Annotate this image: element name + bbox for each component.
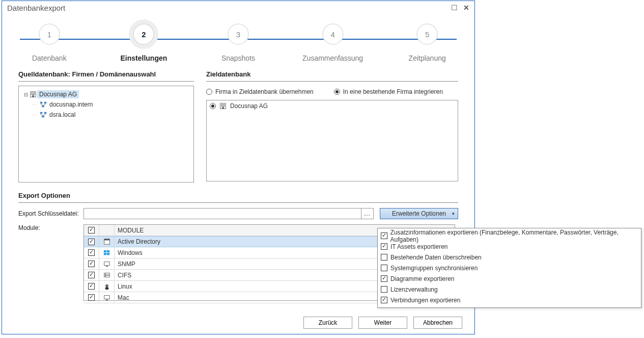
option-label: Zusatzinformationen exportieren (Finanzb… xyxy=(390,229,638,243)
step-number: 3 xyxy=(228,23,249,45)
module-checkbox[interactable] xyxy=(88,272,95,278)
option-label: Systemgruppen synchronisieren xyxy=(390,265,478,272)
select-all-checkbox[interactable] xyxy=(88,227,95,233)
cancel-button[interactable]: Abbrechen xyxy=(413,317,462,329)
advanced-option[interactable]: Systemgruppen synchronisieren xyxy=(381,263,638,273)
module-checkbox[interactable] xyxy=(88,294,95,301)
advanced-option[interactable]: Bestehende Daten überschreiben xyxy=(381,252,638,263)
radio-firm-select[interactable] xyxy=(210,103,216,109)
wizard-steps: 1Datenbank2Einstellungen3Snapshots4Zusam… xyxy=(2,14,474,70)
option-checkbox[interactable] xyxy=(381,297,387,303)
maximize-icon[interactable]: ☐ xyxy=(449,3,459,13)
step-number: 5 xyxy=(416,23,438,45)
target-firm-list[interactable]: Docusnap AG xyxy=(206,100,458,181)
wizard-step[interactable]: 4Zusammenfassung xyxy=(290,23,376,62)
title-bar: Datenbankexport ☐ ✕ xyxy=(2,1,474,14)
close-icon[interactable]: ✕ xyxy=(461,3,471,13)
source-tree[interactable]: ⊟ Docusnap AG ⋯ docusnap.intern ⋯ dsra.l… xyxy=(18,86,194,183)
win-icon xyxy=(99,247,115,258)
source-heading: Quelldatenbank: Firmen / Domänenauswahl xyxy=(18,70,194,78)
target-heading: Zieldatenbank xyxy=(206,70,458,78)
advanced-option[interactable]: Verbindungen exportieren xyxy=(381,295,638,305)
next-button[interactable]: Weiter xyxy=(358,317,407,329)
option-checkbox[interactable] xyxy=(381,265,387,271)
step-number: 2 xyxy=(133,23,154,45)
step-number: 1 xyxy=(39,23,60,45)
advanced-option[interactable]: Diagramme exportieren xyxy=(381,273,638,284)
srv-icon xyxy=(99,270,115,280)
key-file-label: Export Schlüsseldatei: xyxy=(18,210,83,217)
radio-new-firm[interactable]: Firma in Zieldatenbank übernehmen xyxy=(206,88,314,95)
network-icon xyxy=(39,111,47,118)
option-label: Verbindungen exportieren xyxy=(390,297,460,304)
key-file-input[interactable] xyxy=(83,208,361,219)
target-firm-row[interactable]: Docusnap AG xyxy=(207,100,458,112)
browse-button[interactable]: ... xyxy=(361,208,374,219)
option-label: Bestehende Daten überschreiben xyxy=(390,254,482,261)
advanced-option[interactable]: Zusatzinformationen exportieren (Finanzb… xyxy=(381,230,638,241)
module-checkbox[interactable] xyxy=(88,283,95,290)
building-icon xyxy=(29,91,37,98)
advanced-option[interactable]: Lizenzverwaltung xyxy=(381,284,638,295)
advanced-options-button[interactable]: Erweiterte Optionen ▾ xyxy=(380,208,458,219)
wizard-step[interactable]: 3Snapshots xyxy=(195,23,282,62)
option-label: IT Assets exportieren xyxy=(390,243,448,250)
tree-child[interactable]: ⋯ docusnap.intern xyxy=(21,99,191,110)
advanced-options-popup: Zusatzinformationen exportieren (Finanzb… xyxy=(377,228,641,308)
option-checkbox[interactable] xyxy=(381,275,387,282)
building-icon xyxy=(219,102,227,110)
option-label: Diagramme exportieren xyxy=(390,275,454,282)
module-checkbox[interactable] xyxy=(88,249,95,256)
step-number: 4 xyxy=(322,23,344,45)
back-button[interactable]: Zurück xyxy=(303,317,352,329)
wizard-step[interactable]: 5Zeitplanung xyxy=(384,23,470,62)
window-title: Datenbankexport xyxy=(7,4,447,12)
wizard-step[interactable]: 2Einstellungen xyxy=(100,23,187,62)
radio-existing-firm[interactable]: In eine bestehende Firma integrieren xyxy=(334,88,443,95)
module-checkbox[interactable] xyxy=(88,261,95,267)
step-label: Snapshots xyxy=(221,54,255,62)
chevron-down-icon: ▾ xyxy=(452,211,455,216)
tree-child[interactable]: ⋯ dsra.local xyxy=(21,110,191,120)
collapse-icon[interactable]: ⊟ xyxy=(23,92,29,97)
module-label: Module: xyxy=(18,224,83,231)
option-checkbox[interactable] xyxy=(381,254,387,261)
wizard-step[interactable]: 1Datenbank xyxy=(6,23,93,62)
linux-icon xyxy=(99,281,115,292)
step-label: Zusammenfassung xyxy=(302,54,363,62)
option-label: Lizenzverwaltung xyxy=(390,286,438,293)
network-icon xyxy=(39,101,47,108)
option-checkbox[interactable] xyxy=(381,286,387,293)
module-checkbox[interactable] xyxy=(88,239,95,245)
step-label: Datenbank xyxy=(32,54,67,62)
mon-icon xyxy=(99,292,115,303)
option-checkbox[interactable] xyxy=(381,232,387,239)
option-checkbox[interactable] xyxy=(381,243,387,250)
dir-icon xyxy=(99,237,115,247)
export-heading: Export Optionen xyxy=(18,192,458,199)
dialog-footer: Zurück Weiter Abbrechen xyxy=(303,317,462,329)
tree-root[interactable]: ⊟ Docusnap AG xyxy=(21,89,191,99)
step-label: Zeitplanung xyxy=(409,54,446,62)
mon-icon xyxy=(99,258,115,269)
step-label: Einstellungen xyxy=(120,54,167,62)
